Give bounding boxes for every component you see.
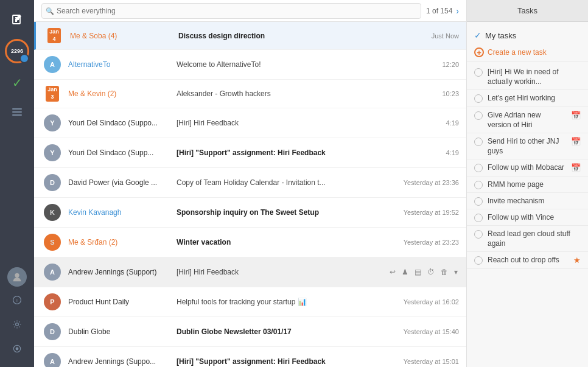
task-text: Reach out to drop offs bbox=[488, 255, 569, 265]
task-item[interactable]: Invite mechanism bbox=[467, 193, 588, 209]
task-item[interactable]: Read lead gen cloud stuff again bbox=[467, 226, 588, 252]
email-subject: [Hiri] "Support" assignment: Hiri Feedba… bbox=[177, 357, 393, 366]
avatar: Y bbox=[44, 114, 61, 131]
snooze-icon[interactable]: ⏱ bbox=[426, 267, 436, 278]
task-item[interactable]: Follow up with Mobacar📅 bbox=[467, 159, 588, 176]
topbar: 🔍 1 of 154 › bbox=[34, 0, 466, 22]
task-text: [Hiri] Hi We in need of actually workin.… bbox=[488, 67, 581, 86]
task-checkbox[interactable] bbox=[474, 138, 483, 146]
task-checkbox[interactable] bbox=[474, 164, 483, 172]
task-item[interactable]: Send Hiri to other JNJ guys📅 bbox=[467, 133, 588, 159]
task-text: Invite mechanism bbox=[488, 196, 581, 206]
email-row[interactable]: DDavid Power (via Google ...Copy of Team… bbox=[34, 168, 466, 198]
task-checkbox[interactable] bbox=[474, 111, 483, 120]
sender-name: Youri Del Sindaco (Supp... bbox=[68, 149, 172, 157]
avatar-col: A bbox=[41, 56, 63, 73]
avatar-col: D bbox=[41, 323, 63, 340]
sender-name: Kevin Kavanagh bbox=[68, 208, 172, 217]
email-subject: Welcome to AlternativeTo! bbox=[177, 60, 393, 69]
task-checkbox[interactable] bbox=[474, 197, 483, 206]
task-checkbox[interactable] bbox=[474, 181, 483, 189]
unread-badge: 2296 bbox=[5, 39, 29, 63]
pagination: 1 of 154 › bbox=[426, 6, 459, 16]
email-row[interactable]: Jan4Me & Soba (4)Discuss design directio… bbox=[34, 22, 466, 50]
email-time: 10:23 bbox=[398, 90, 459, 97]
sidebar-bottom: i bbox=[5, 267, 29, 367]
task-checkbox[interactable] bbox=[474, 68, 483, 77]
date-badge-wrapper: Jan4 bbox=[47, 28, 61, 43]
tasks-icon[interactable]: ✓ bbox=[0, 68, 34, 97]
tasks-body: ✓ My tasks + Create a new task [Hiri] Hi… bbox=[467, 22, 588, 367]
avatar: A bbox=[44, 353, 61, 367]
reply-icon[interactable]: ↩ bbox=[388, 267, 397, 278]
compose-icon[interactable] bbox=[0, 5, 34, 34]
task-item[interactable]: Give Adrian new version of Hiri📅 bbox=[467, 107, 588, 133]
task-star-icon: ★ bbox=[573, 256, 581, 265]
email-subject: Copy of Team Holiday Calendar - Invitati… bbox=[177, 178, 393, 187]
tasks-header: Tasks bbox=[467, 0, 588, 22]
menu-icon[interactable] bbox=[0, 97, 34, 127]
inbox-icon[interactable]: 2296 bbox=[0, 34, 34, 68]
new-task-plus-icon: + bbox=[474, 47, 484, 57]
task-checkbox[interactable] bbox=[474, 94, 483, 103]
delete-icon[interactable]: 🗑 bbox=[439, 267, 449, 278]
archive-icon[interactable]: ▤ bbox=[413, 267, 422, 278]
email-subject: [Hiri] Hiri Feedback bbox=[177, 119, 393, 127]
email-time: 4:19 bbox=[398, 119, 459, 127]
email-list: Jan4Me & Soba (4)Discuss design directio… bbox=[34, 22, 466, 367]
new-task-button[interactable]: + Create a new task bbox=[467, 44, 588, 61]
email-row[interactable]: SMe & Srđan (2)Winter vacationYesterday … bbox=[34, 228, 466, 257]
email-row[interactable]: KKevin KavanaghSponsorship inquiry on Th… bbox=[34, 198, 466, 228]
date-badge-wrapper: Jan3 bbox=[46, 86, 59, 101]
task-checkbox[interactable] bbox=[474, 214, 483, 222]
task-checkbox[interactable] bbox=[474, 230, 483, 239]
avatar: D bbox=[44, 323, 61, 340]
email-row[interactable]: DDublin GlobeDublin Globe Newsletter 03/… bbox=[34, 317, 466, 347]
email-row[interactable]: PProduct Hunt DailyHelpful tools for tra… bbox=[34, 287, 466, 317]
email-time: 12:20 bbox=[398, 61, 459, 68]
my-tasks-row[interactable]: ✓ My tasks bbox=[467, 27, 588, 44]
avatar-col: Jan3 bbox=[41, 86, 63, 101]
task-item[interactable]: Reach out to drop offs★ bbox=[467, 252, 588, 268]
email-row[interactable]: Jan3Me & Kevin (2)Aleksander - Growth ha… bbox=[34, 80, 466, 108]
email-subject: Dublin Globe Newsletter 03/01/17 bbox=[177, 327, 393, 336]
more-icon[interactable]: ▾ bbox=[453, 267, 459, 278]
next-page-button[interactable]: › bbox=[456, 6, 459, 16]
email-row[interactable]: YYouri Del Sindaco (Suppo...[Hiri] Hiri … bbox=[34, 108, 466, 138]
circle-icon[interactable] bbox=[5, 338, 29, 360]
email-row[interactable]: YYouri Del Sindaco (Supp...[Hiri] "Suppo… bbox=[34, 138, 466, 168]
task-calendar-icon: 📅 bbox=[571, 111, 581, 120]
avatar: S bbox=[44, 234, 61, 251]
task-item[interactable]: RMM home page bbox=[467, 177, 588, 193]
sender-name: Andrew Jennings (Support) bbox=[68, 268, 172, 276]
avatar-col: K bbox=[41, 204, 63, 221]
email-subject: [Hiri] "Support" assignment: Hiri Feedba… bbox=[177, 149, 393, 157]
email-subject: Helpful tools for tracking your startup … bbox=[177, 298, 393, 306]
svg-point-9 bbox=[16, 348, 19, 351]
assign-icon[interactable]: ♟ bbox=[401, 267, 410, 278]
user-avatar[interactable] bbox=[7, 267, 27, 287]
email-time: Yesterday at 16:02 bbox=[398, 298, 459, 306]
email-row[interactable]: AAlternativeToWelcome to AlternativeTo!1… bbox=[34, 50, 466, 80]
settings-icon[interactable] bbox=[5, 313, 29, 335]
task-text: Give Adrian new version of Hiri bbox=[488, 110, 566, 130]
task-item[interactable]: Follow up with Vince bbox=[467, 209, 588, 226]
task-checkbox[interactable] bbox=[474, 256, 483, 265]
pagination-text: 1 of 154 bbox=[426, 7, 452, 15]
email-subject: Sponsorship inquiry on The Sweet Setup bbox=[177, 208, 393, 217]
tasks-title: Tasks bbox=[517, 6, 537, 15]
sender-name: Product Hunt Daily bbox=[68, 298, 172, 306]
email-row[interactable]: AAndrew Jennings (Support)[Hiri] Hiri Fe… bbox=[34, 257, 466, 287]
email-row[interactable]: AAndrew Jennings (Suppo...[Hiri] "Suppor… bbox=[34, 347, 466, 367]
search-wrapper: 🔍 bbox=[41, 3, 421, 19]
email-subject: Winter vacation bbox=[177, 238, 393, 246]
svg-rect-3 bbox=[12, 114, 22, 116]
avatar-col: Jan4 bbox=[43, 28, 65, 43]
svg-rect-1 bbox=[12, 108, 22, 110]
sender-name: Me & Soba (4) bbox=[70, 32, 173, 40]
task-item[interactable]: [Hiri] Hi We in need of actually workin.… bbox=[467, 64, 588, 90]
avatar-col: Y bbox=[41, 144, 63, 161]
info-icon[interactable]: i bbox=[5, 289, 29, 311]
search-input[interactable] bbox=[41, 3, 421, 19]
task-item[interactable]: Let's get Hiri working bbox=[467, 90, 588, 107]
